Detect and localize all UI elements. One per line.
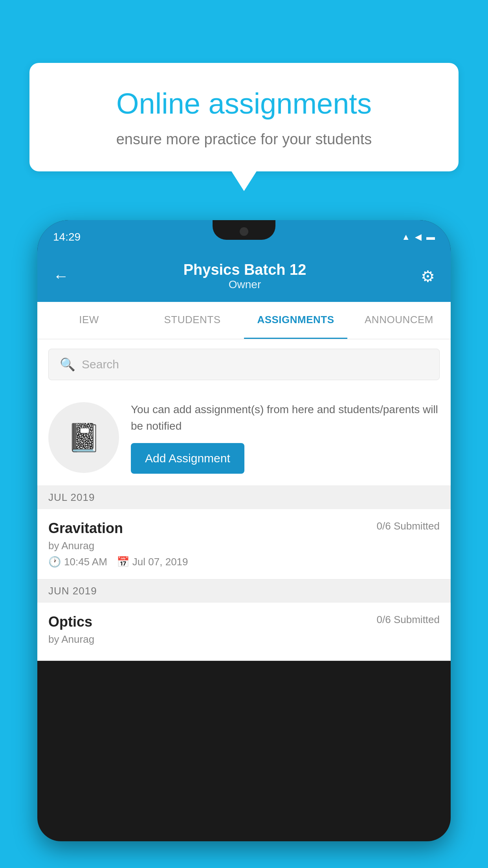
search-container: 🔍 Search bbox=[37, 339, 451, 390]
assignment-date-value: Jul 07, 2019 bbox=[132, 556, 188, 568]
app-header: ← Physics Batch 12 Owner ⚙ bbox=[37, 254, 451, 302]
tab-assignments[interactable]: ASSIGNMENTS bbox=[244, 302, 347, 339]
assignment-item-optics[interactable]: Optics 0/6 Submitted by Anurag bbox=[37, 603, 451, 661]
speech-bubble-container: Online assignments ensure more practice … bbox=[29, 63, 459, 171]
screen-content: 🔍 Search 📓 You can add assignment(s) fro… bbox=[37, 339, 451, 661]
promo-section: 📓 You can add assignment(s) from here an… bbox=[37, 390, 451, 486]
notch bbox=[213, 220, 275, 240]
assignment-top-row: Gravitation 0/6 Submitted bbox=[48, 520, 440, 537]
tab-bar: IEW STUDENTS ASSIGNMENTS ANNOUNCEM bbox=[37, 302, 451, 339]
assignment-author-optics: by Anurag bbox=[48, 633, 440, 645]
tab-announcements[interactable]: ANNOUNCEM bbox=[347, 302, 451, 339]
assignment-name-gravitation: Gravitation bbox=[48, 520, 123, 537]
assignment-name-optics: Optics bbox=[48, 614, 92, 630]
status-icons: ▲ ◀ ▬ bbox=[402, 232, 435, 242]
speech-bubble: Online assignments ensure more practice … bbox=[29, 63, 459, 171]
header-center: Physics Batch 12 Owner bbox=[183, 261, 306, 291]
header-title: Physics Batch 12 bbox=[183, 261, 306, 278]
assignment-meta-gravitation: 🕐 10:45 AM 📅 Jul 07, 2019 bbox=[48, 556, 440, 568]
promo-description: You can add assignment(s) from here and … bbox=[131, 401, 440, 434]
status-bar: 14:29 ▲ ◀ ▬ bbox=[37, 220, 451, 254]
section-header-jun2019: JUN 2019 bbox=[37, 579, 451, 603]
tab-iew[interactable]: IEW bbox=[37, 302, 141, 339]
search-placeholder: Search bbox=[82, 358, 119, 371]
assignment-submitted-gravitation: 0/6 Submitted bbox=[377, 520, 440, 532]
promo-text-area: You can add assignment(s) from here and … bbox=[131, 401, 440, 474]
section-header-jul2019: JUL 2019 bbox=[37, 486, 451, 509]
speech-bubble-title: Online assignments bbox=[57, 86, 431, 121]
gear-icon[interactable]: ⚙ bbox=[421, 267, 435, 285]
back-button[interactable]: ← bbox=[53, 267, 69, 285]
tab-students[interactable]: STUDENTS bbox=[141, 302, 244, 339]
assignment-top-row-optics: Optics 0/6 Submitted bbox=[48, 614, 440, 630]
search-icon: 🔍 bbox=[60, 357, 75, 372]
wifi-icon: ▲ bbox=[402, 232, 410, 242]
notebook-icon: 📓 bbox=[67, 421, 101, 454]
clock-icon: 🕐 bbox=[48, 556, 61, 568]
camera-dot bbox=[240, 227, 248, 236]
status-time: 14:29 bbox=[53, 231, 81, 243]
assignment-item-gravitation[interactable]: Gravitation 0/6 Submitted by Anurag 🕐 10… bbox=[37, 509, 451, 579]
assignment-date: 📅 Jul 07, 2019 bbox=[117, 556, 188, 568]
calendar-icon: 📅 bbox=[117, 556, 129, 568]
promo-icon-circle: 📓 bbox=[48, 402, 119, 473]
search-bar[interactable]: 🔍 Search bbox=[48, 349, 440, 380]
phone-frame: 14:29 ▲ ◀ ▬ ← Physics Batch 12 Owner ⚙ I… bbox=[37, 220, 451, 841]
assignment-submitted-optics: 0/6 Submitted bbox=[377, 614, 440, 626]
phone-mockup: 14:29 ▲ ◀ ▬ ← Physics Batch 12 Owner ⚙ I… bbox=[37, 220, 451, 868]
assignment-time: 🕐 10:45 AM bbox=[48, 556, 107, 568]
assignment-author-gravitation: by Anurag bbox=[48, 540, 440, 552]
signal-icon: ◀ bbox=[415, 232, 422, 242]
assignment-time-value: 10:45 AM bbox=[64, 556, 107, 568]
battery-icon: ▬ bbox=[426, 232, 435, 242]
header-subtitle: Owner bbox=[183, 278, 306, 291]
add-assignment-button[interactable]: Add Assignment bbox=[131, 443, 244, 474]
speech-bubble-subtitle: ensure more practice for your students bbox=[57, 131, 431, 148]
